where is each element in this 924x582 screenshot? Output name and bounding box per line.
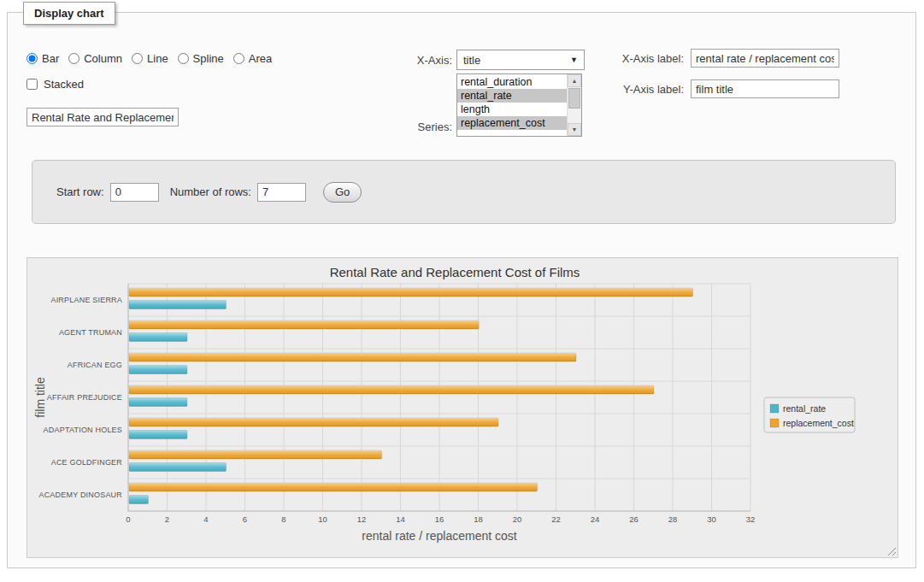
x-tick-label: 24 <box>591 514 600 524</box>
chart-type-radio-bar[interactable] <box>26 53 38 64</box>
x-tick-label: 30 <box>707 514 716 524</box>
series-option-replacement_cost[interactable]: replacement_cost <box>457 116 567 130</box>
category-label: AFRICAN EGG <box>68 361 122 369</box>
x-tick-label: 6 <box>243 514 247 524</box>
x-tick-label: 28 <box>668 514 678 524</box>
chart-type-option-spline[interactable]: Spline <box>178 52 224 65</box>
bar-shine <box>129 301 227 309</box>
scrollbar-thumb[interactable] <box>568 88 580 109</box>
x-tick-label: 8 <box>281 514 285 524</box>
series-option-rental_rate[interactable]: rental_rate <box>457 89 567 103</box>
go-button[interactable]: Go <box>323 182 362 203</box>
rows-panel: Start row: Number of rows: Go <box>32 160 896 224</box>
bar-shine <box>129 385 654 394</box>
chart-type-radio-spline[interactable] <box>178 53 189 64</box>
num-rows-input[interactable] <box>257 183 306 202</box>
bar-shine <box>129 320 479 329</box>
chart-title-input[interactable] <box>26 108 179 126</box>
legend-item-replacement_cost[interactable]: replacement_cost <box>770 418 854 428</box>
scroll-up-icon[interactable]: ▲ <box>568 74 581 87</box>
legend-swatch <box>770 404 779 413</box>
dropdown-arrow-icon: ▼ <box>570 56 578 64</box>
series-scrollbar[interactable]: ▲ ▼ <box>567 74 581 136</box>
display-chart-panel: Display chart BarColumnLineSplineArea St… <box>7 12 916 568</box>
chart-type-option-column[interactable]: Column <box>68 52 122 65</box>
stacked-option[interactable]: Stacked <box>26 78 84 91</box>
bar-shine <box>129 398 187 407</box>
x-tick-label: 26 <box>629 514 639 524</box>
bar-shine <box>129 288 693 297</box>
chart-type-option-bar[interactable]: Bar <box>26 52 59 65</box>
x-tick-label: 10 <box>318 514 327 524</box>
x-axis-select[interactable]: title ▼ <box>456 50 585 70</box>
bar-shine <box>129 483 538 491</box>
series-option-rental_duration[interactable]: rental_duration <box>457 75 567 89</box>
bar-shine <box>129 450 382 459</box>
x-tick-label: 20 <box>513 514 522 524</box>
chart-type-radio-line[interactable] <box>132 53 143 64</box>
category-label: ACE GOLDFINGER <box>51 458 123 467</box>
bar-shine <box>129 418 498 426</box>
category-label: ADAPTATION HOLES <box>44 426 122 434</box>
x-axis-selected-value: title <box>463 54 480 67</box>
start-row-input[interactable] <box>110 183 159 202</box>
bar-shine <box>129 431 187 439</box>
chart-svg: Rental Rate and Replacement Cost of Film… <box>27 258 898 557</box>
x-tick-label: 12 <box>357 514 367 524</box>
chart-type-option-line[interactable]: Line <box>132 52 168 65</box>
series-options: rental_durationrental_ratelengthreplacem… <box>457 74 567 136</box>
x-tick-label: 4 <box>203 514 208 524</box>
category-label: AFFAIR PREJUDICE <box>47 393 122 402</box>
series-listbox[interactable]: rental_durationrental_ratelengthreplacem… <box>456 73 582 137</box>
series-option-length[interactable]: length <box>457 103 567 116</box>
series-label: Series: <box>384 121 452 133</box>
x-tick-label: 22 <box>551 514 561 524</box>
x-tick-label: 16 <box>435 514 444 524</box>
legend-item-rental_rate[interactable]: rental_rate <box>770 403 826 414</box>
start-row-label: Start row: <box>56 185 104 198</box>
chart-type-option-area[interactable]: Area <box>233 52 272 65</box>
x-tick-label: 2 <box>165 514 169 524</box>
chart-type-radio-column[interactable] <box>68 53 79 64</box>
y-axis-label-label: Y-Axis label: <box>607 83 684 96</box>
chart-type-radio-area[interactable] <box>233 53 244 64</box>
category-label: ACADEMY DINOSAUR <box>38 491 122 499</box>
scroll-down-icon[interactable]: ▼ <box>568 123 581 136</box>
stacked-label: Stacked <box>44 78 84 91</box>
x-tick-label: 18 <box>474 514 483 524</box>
chart-type-radios: BarColumnLineSplineArea <box>26 52 272 65</box>
chart-type-radio-label: Spline <box>193 52 224 65</box>
bar-shine <box>129 353 576 362</box>
legend-swatch <box>770 419 779 427</box>
num-rows-label: Number of rows: <box>170 185 251 198</box>
panel-title: Display chart <box>23 2 115 25</box>
category-label: AIRPLANE SIERRA <box>50 296 122 304</box>
x-axis-label-input[interactable] <box>691 49 839 68</box>
chart-type-radio-label: Bar <box>42 52 59 65</box>
x-tick-label: 0 <box>126 514 130 524</box>
chart-type-radio-label: Column <box>84 52 122 65</box>
bar-shine <box>129 496 149 504</box>
bar-shine <box>129 366 187 374</box>
y-axis-label-input[interactable] <box>691 79 839 98</box>
y-axis-title: film title <box>33 377 47 418</box>
x-axis-label-label: X-Axis label: <box>607 52 684 65</box>
category-label: AGENT TRUMAN <box>59 328 122 337</box>
chart-container: Rental Rate and Replacement Cost of Film… <box>26 257 898 558</box>
x-axis-title: rental rate / replacement cost <box>362 529 516 543</box>
chart-title: Rental Rate and Replacement Cost of Film… <box>330 265 580 279</box>
x-tick-label: 32 <box>746 514 756 524</box>
resize-handle-icon[interactable] <box>886 546 896 556</box>
legend-label: rental_rate <box>783 403 826 414</box>
x-axis-label: X-Axis: <box>384 54 452 67</box>
stacked-checkbox[interactable] <box>26 79 38 90</box>
bar-shine <box>129 333 187 342</box>
chart-type-radio-label: Area <box>249 52 272 65</box>
bar-shine <box>129 463 227 472</box>
legend-label: replacement_cost <box>783 418 854 428</box>
x-tick-label: 14 <box>396 514 405 524</box>
chart-type-radio-label: Line <box>147 52 168 65</box>
